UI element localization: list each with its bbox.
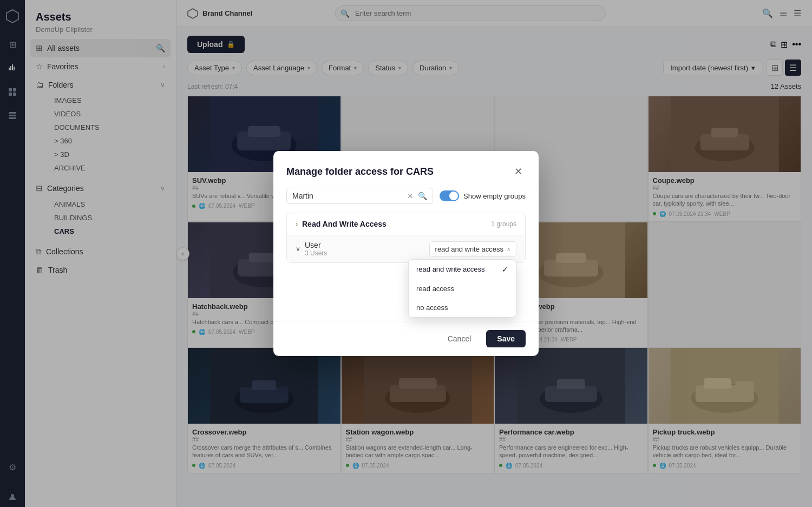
dropdown-item-label: read access — [416, 285, 454, 293]
section-title: Read And Write Access — [302, 220, 491, 228]
checkmark-icon: ✓ — [502, 265, 508, 274]
modal-search-bar: ✕ 🔍 Show empty groups — [273, 188, 539, 213]
manage-folder-modal: Manage folder access for CARS ✕ ✕ 🔍 Show… — [273, 151, 539, 356]
user-expand-icon[interactable]: ∨ — [296, 245, 300, 253]
modal-close-button[interactable]: ✕ — [510, 164, 526, 179]
section-chevron-icon: › — [296, 220, 298, 228]
modal-footer: Cancel Save — [273, 321, 539, 356]
save-button[interactable]: Save — [486, 330, 526, 347]
user-info: User 3 Users — [305, 241, 327, 257]
access-section-header[interactable]: › Read And Write Access 1 groups — [287, 213, 525, 235]
cancel-button[interactable]: Cancel — [439, 330, 480, 347]
show-empty-groups-toggle[interactable] — [440, 190, 459, 201]
user-name: User — [305, 241, 327, 249]
access-selected-label: read and write access — [435, 245, 503, 253]
section-count: 1 groups — [491, 220, 516, 228]
access-dropdown: read and write access ✓ read access no a… — [408, 259, 516, 318]
chevron-up-icon: ∧ — [507, 246, 510, 252]
clear-search-button[interactable]: ✕ — [407, 192, 414, 200]
modal-body: › Read And Write Access 1 groups ∨ User … — [273, 213, 539, 321]
dropdown-item-read[interactable]: read access — [409, 279, 516, 298]
modal-search-icon[interactable]: 🔍 — [418, 192, 427, 200]
dropdown-item-no-access[interactable]: no access — [409, 298, 516, 317]
modal-search-box: ✕ 🔍 — [286, 188, 433, 204]
dropdown-item-label: read and write access — [416, 265, 484, 273]
access-select-wrapper: read and write access ∧ read and write a… — [429, 241, 516, 257]
access-section-read-write: › Read And Write Access 1 groups ∨ User … — [286, 213, 526, 263]
modal-search-input[interactable] — [292, 192, 403, 200]
toggle-label: Show empty groups — [463, 192, 526, 200]
modal-title: Manage folder access for CARS — [286, 166, 434, 177]
modal-overlay[interactable]: Manage folder access for CARS ✕ ✕ 🔍 Show… — [0, 0, 812, 507]
user-count: 3 Users — [305, 249, 327, 257]
user-access-row: ∨ User 3 Users read and write access ∧ — [287, 235, 525, 262]
modal-header: Manage folder access for CARS ✕ — [273, 151, 539, 188]
access-select-button[interactable]: read and write access ∧ — [429, 241, 516, 257]
toggle-area: Show empty groups — [440, 190, 526, 201]
dropdown-item-read-write[interactable]: read and write access ✓ — [409, 260, 516, 279]
dropdown-item-label: no access — [416, 304, 448, 312]
